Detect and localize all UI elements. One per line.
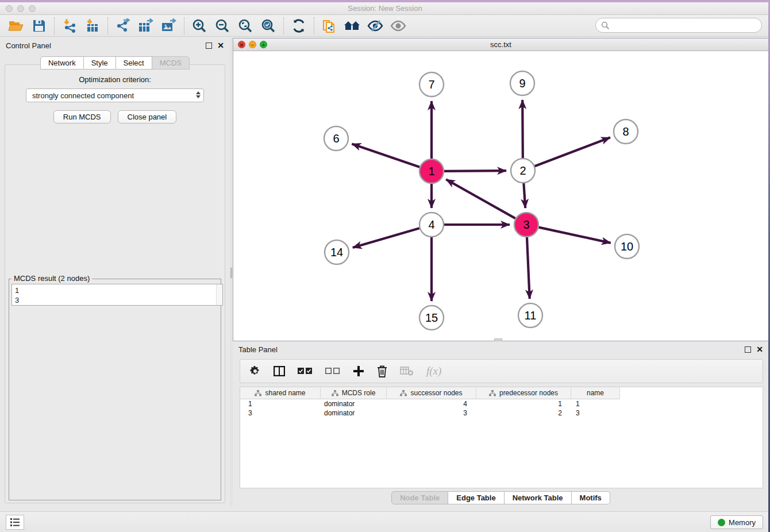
edge-1-6[interactable] <box>352 144 419 167</box>
float-panel-icon[interactable] <box>206 43 212 49</box>
toolbar-separator <box>107 17 108 34</box>
node-11[interactable]: 11 <box>518 303 542 327</box>
mcds-result-list[interactable]: 13 <box>11 284 223 306</box>
window-title: Session: New Session <box>0 2 770 15</box>
export-image-icon[interactable] <box>157 17 180 35</box>
task-history-button[interactable] <box>6 515 24 530</box>
node-10[interactable]: 10 <box>615 234 639 259</box>
minimize-window-button[interactable] <box>17 5 24 12</box>
node-14[interactable]: 14 <box>325 240 349 264</box>
tab-node-table[interactable]: Node Table <box>391 491 448 504</box>
control-panel-tabs: NetworkStyleSelectMCDS <box>0 56 230 70</box>
tab-select[interactable]: Select <box>116 56 152 70</box>
edge-1-2[interactable] <box>444 171 506 171</box>
delete-column-icon[interactable] <box>377 363 387 380</box>
table-row[interactable]: 3dominator323 <box>240 408 763 418</box>
import-network-icon[interactable] <box>58 17 81 35</box>
add-column-icon[interactable] <box>353 363 364 380</box>
network-canvas[interactable]: 7968124314101511 <box>233 51 768 341</box>
run-mcds-button[interactable]: Run MCDS <box>53 110 111 124</box>
tab-network[interactable]: Network <box>40 56 84 70</box>
node-6[interactable]: 6 <box>324 126 348 151</box>
maximize-window-button[interactable] <box>29 5 36 12</box>
tab-motifs[interactable]: Motifs <box>572 491 610 504</box>
column-header-successor-nodes[interactable]: successor nodes <box>387 387 476 399</box>
home-layout-icon[interactable] <box>341 17 364 35</box>
close-window-button[interactable] <box>6 5 13 12</box>
column-header-name[interactable]: name <box>571 387 620 399</box>
edge-3-11[interactable] <box>527 237 530 299</box>
zoom-selected-icon[interactable] <box>257 17 280 35</box>
cell-predecessor-nodes[interactable]: 1 <box>476 399 571 408</box>
zoom-in-icon[interactable] <box>188 17 211 35</box>
table-row[interactable]: 1dominator411 <box>240 399 763 408</box>
cell-successor-nodes[interactable]: 3 <box>387 408 476 418</box>
cell-predecessor-nodes[interactable]: 2 <box>476 408 571 418</box>
table-options-gear-icon[interactable] <box>249 363 261 380</box>
node-2[interactable]: 2 <box>511 159 535 183</box>
tab-network-table[interactable]: Network Table <box>505 491 572 504</box>
memory-button[interactable]: Memory <box>710 515 763 529</box>
column-header-MCDS-role[interactable]: MCDS role <box>321 387 387 399</box>
table-close-panel-icon[interactable]: ✕ <box>756 346 763 353</box>
edge-2-9[interactable] <box>522 100 523 158</box>
network-close-icon[interactable]: ✕ <box>238 41 245 48</box>
apply-function-icon[interactable]: f(x) <box>426 365 441 377</box>
close-panel-icon[interactable]: ✕ <box>217 43 224 49</box>
result-scrollbar[interactable] <box>216 284 222 305</box>
edge-2-8[interactable] <box>535 137 610 166</box>
panel-splitter-horizontal[interactable] <box>494 338 502 341</box>
node-15[interactable]: 15 <box>419 306 444 330</box>
cell-MCDS-role[interactable]: dominator <box>321 408 387 418</box>
copy-network-icon[interactable] <box>318 17 341 35</box>
export-network-icon[interactable] <box>111 17 134 35</box>
tab-edge-table[interactable]: Edge Table <box>448 491 504 504</box>
zoom-fit-icon[interactable] <box>234 17 257 35</box>
close-panel-button[interactable]: Close panel <box>118 110 177 124</box>
cell-name[interactable]: 3 <box>571 408 620 418</box>
hide-details-icon[interactable] <box>364 17 387 35</box>
table-float-panel-icon[interactable] <box>745 346 751 353</box>
save-session-icon[interactable] <box>28 17 51 35</box>
select-all-rows-icon[interactable] <box>298 363 313 380</box>
tab-style[interactable]: Style <box>84 56 116 70</box>
node-3[interactable]: 3 <box>514 213 538 237</box>
node-4[interactable]: 4 <box>419 213 444 237</box>
column-header-shared-name[interactable]: shared name <box>240 387 321 399</box>
node-1[interactable]: 1 <box>419 159 444 183</box>
network-graph[interactable]: 7968124314101511 <box>233 51 768 341</box>
optimization-criterion-select[interactable]: strongly connected component <box>26 88 204 102</box>
cell-successor-nodes[interactable]: 4 <box>387 399 476 408</box>
tab-mcds[interactable]: MCDS <box>152 56 190 70</box>
cell-MCDS-role[interactable]: dominator <box>321 399 387 408</box>
column-header-predecessor-nodes[interactable]: predecessor nodes <box>476 387 571 399</box>
show-details-icon[interactable] <box>387 17 410 35</box>
delete-table-icon[interactable] <box>400 363 414 380</box>
edge-3-1[interactable] <box>446 179 515 218</box>
cell-shared-name[interactable]: 1 <box>240 399 321 408</box>
edge-2-3[interactable] <box>523 183 525 208</box>
zoom-out-icon[interactable] <box>211 17 234 35</box>
svg-text:6: 6 <box>333 132 339 145</box>
cell-shared-name[interactable]: 3 <box>240 408 321 418</box>
import-table-icon[interactable] <box>81 17 104 35</box>
node-table[interactable]: shared nameMCDS rolesuccessor nodesprede… <box>240 387 763 488</box>
cell-name[interactable]: 1 <box>571 399 620 408</box>
node-7[interactable]: 7 <box>419 72 444 97</box>
open-file-icon[interactable] <box>5 17 28 35</box>
search-input[interactable] <box>610 21 761 30</box>
edge-4-14[interactable] <box>353 228 419 248</box>
edge-3-10[interactable] <box>538 228 610 243</box>
network-window-titlebar[interactable]: ✕ − + scc.txt <box>233 38 768 51</box>
show-columns-icon[interactable] <box>274 363 285 380</box>
splitter-grip[interactable] <box>230 268 232 278</box>
node-9[interactable]: 9 <box>510 71 534 95</box>
search-field[interactable] <box>595 18 762 33</box>
node-8[interactable]: 8 <box>614 119 638 144</box>
network-minimize-icon[interactable]: − <box>249 41 256 48</box>
network-maximize-icon[interactable]: + <box>260 41 267 48</box>
refresh-view-icon[interactable] <box>287 17 310 35</box>
unselect-all-rows-icon[interactable] <box>325 363 340 380</box>
export-table-icon[interactable] <box>134 17 157 35</box>
svg-text:9: 9 <box>519 77 525 90</box>
